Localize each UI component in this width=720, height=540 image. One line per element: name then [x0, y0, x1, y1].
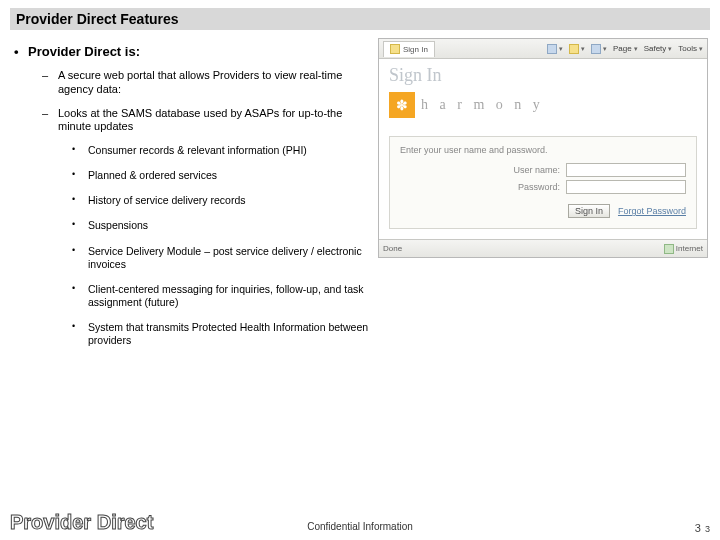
bullet-level3: Suspensions — [10, 219, 370, 232]
bullet-level2: A secure web portal that allows Provider… — [10, 69, 370, 97]
username-input[interactable] — [566, 163, 686, 177]
confidential-label: Confidential Information — [307, 521, 413, 532]
signin-heading: Sign In — [389, 65, 697, 86]
home-icon — [547, 44, 557, 54]
safety-menu[interactable]: Safety▾ — [644, 44, 673, 53]
slide-title: Provider Direct Features — [10, 8, 710, 30]
status-left: Done — [383, 244, 402, 253]
chevron-down-icon: ▾ — [668, 45, 672, 53]
browser-tab[interactable]: Sign In — [383, 41, 435, 57]
feed-icon — [569, 44, 579, 54]
text-column: Provider Direct is: A secure web portal … — [10, 38, 370, 359]
mail-button[interactable]: ▾ — [591, 44, 607, 54]
toolbar-tools: ▾ ▾ ▾ Page▾ Safety▾ Tools▾ — [547, 44, 703, 54]
login-prompt: Enter your user name and password. — [400, 145, 686, 155]
internet-zone-icon — [664, 244, 674, 254]
page-menu[interactable]: Page▾ — [613, 44, 638, 53]
username-row: User name: — [400, 163, 686, 177]
login-box: Enter your user name and password. User … — [389, 136, 697, 229]
password-label: Password: — [518, 182, 560, 192]
signin-button[interactable]: Sign In — [568, 204, 610, 218]
bullet-level3: System that transmits Protected Health I… — [10, 321, 370, 347]
chevron-down-icon: ▾ — [581, 45, 585, 53]
bullet-level2: Looks at the SAMS database used by ASAPs… — [10, 107, 370, 135]
mail-icon — [591, 44, 601, 54]
browser-window: Sign In ▾ ▾ ▾ Page▾ Safety▾ Tools▾ Sign … — [378, 38, 708, 258]
bullet-level3: Service Delivery Module – post service d… — [10, 245, 370, 271]
page-number-large: 3 — [695, 522, 701, 534]
heading-level1: Provider Direct is: — [10, 44, 370, 59]
login-actions: Sign In Forgot Password — [400, 204, 686, 218]
password-input[interactable] — [566, 180, 686, 194]
bullet-level3: History of service delivery records — [10, 194, 370, 207]
screenshot-column: Sign In ▾ ▾ ▾ Page▾ Safety▾ Tools▾ Sign … — [370, 38, 710, 359]
chevron-down-icon: ▾ — [699, 45, 703, 53]
username-label: User name: — [513, 165, 560, 175]
chevron-down-icon: ▾ — [634, 45, 638, 53]
tools-menu[interactable]: Tools▾ — [678, 44, 703, 53]
status-right-label: Internet — [676, 244, 703, 253]
bullet-level3: Client-centered messaging for inquiries,… — [10, 283, 370, 309]
feeds-button[interactable]: ▾ — [569, 44, 585, 54]
favicon-icon — [390, 44, 400, 54]
home-button[interactable]: ▾ — [547, 44, 563, 54]
slide-content: Provider Direct is: A secure web portal … — [0, 30, 720, 359]
tab-label: Sign In — [403, 45, 428, 54]
harmony-wordmark: h a r m o n y — [421, 97, 544, 113]
chevron-down-icon: ▾ — [603, 45, 607, 53]
bullet-level3: Consumer records & relevant information … — [10, 144, 370, 157]
browser-toolbar: Sign In ▾ ▾ ▾ Page▾ Safety▾ Tools▾ — [379, 39, 707, 59]
browser-body: Sign In ✽ h a r m o n y Enter your user … — [379, 59, 707, 239]
provider-direct-logo: Provider Direct — [10, 511, 153, 534]
bullet-level3: Planned & ordered services — [10, 169, 370, 182]
status-zone: Internet — [664, 244, 703, 254]
slide-footer: Provider Direct Confidential Information… — [0, 511, 720, 534]
chevron-down-icon: ▾ — [559, 45, 563, 53]
page-number-small: 3 — [705, 524, 710, 534]
harmony-logo-bar: ✽ h a r m o n y — [389, 92, 697, 118]
password-row: Password: — [400, 180, 686, 194]
forgot-password-link[interactable]: Forgot Password — [618, 206, 686, 216]
browser-status-bar: Done Internet — [379, 239, 707, 257]
harmony-mark-icon: ✽ — [389, 92, 415, 118]
page-numbers: 3 3 — [695, 522, 710, 534]
